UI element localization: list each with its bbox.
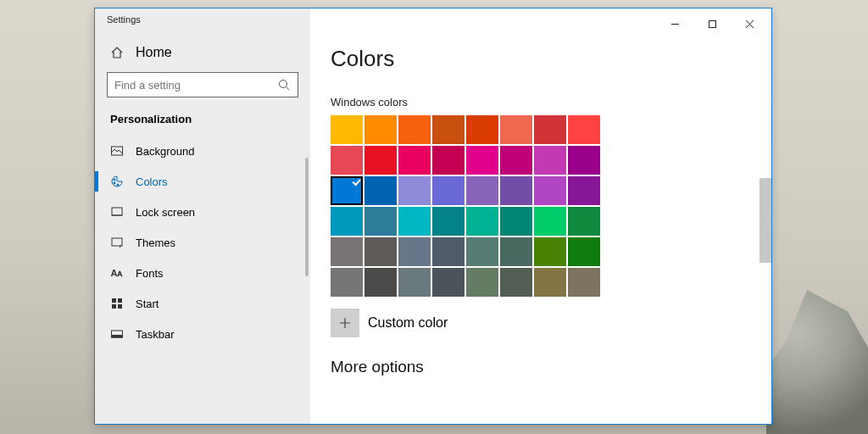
- maximize-button[interactable]: [693, 12, 731, 36]
- color-swatch[interactable]: [466, 237, 498, 266]
- color-swatch[interactable]: [568, 115, 600, 144]
- color-swatch[interactable]: [534, 268, 566, 297]
- custom-color-row[interactable]: Custom color: [331, 309, 751, 337]
- nav-label: Lock screen: [136, 206, 195, 219]
- svg-rect-12: [112, 336, 123, 338]
- svg-rect-7: [112, 298, 116, 303]
- color-swatch[interactable]: [432, 207, 465, 236]
- color-swatch[interactable]: [500, 268, 532, 297]
- color-swatch[interactable]: [364, 146, 397, 175]
- custom-color-label: Custom color: [368, 315, 448, 331]
- nav-label: Fonts: [136, 267, 164, 280]
- color-swatch[interactable]: [500, 237, 532, 266]
- lockscreen-icon: [110, 205, 124, 219]
- color-swatch[interactable]: [432, 237, 465, 266]
- search-box[interactable]: [107, 72, 298, 97]
- color-swatch[interactable]: [534, 176, 566, 205]
- svg-rect-10: [118, 304, 122, 309]
- color-swatch[interactable]: [500, 115, 532, 144]
- color-swatch[interactable]: [432, 176, 465, 205]
- color-swatch[interactable]: [568, 146, 600, 175]
- color-swatch[interactable]: [568, 268, 600, 297]
- color-swatch[interactable]: [398, 176, 431, 205]
- nav-label: Start: [136, 298, 159, 310]
- home-link[interactable]: Home: [107, 38, 298, 72]
- color-swatch[interactable]: [331, 115, 363, 144]
- color-swatch[interactable]: [364, 115, 397, 144]
- color-swatch[interactable]: [398, 146, 431, 175]
- nav-item-background[interactable]: Background: [107, 136, 298, 166]
- svg-rect-13: [709, 20, 715, 27]
- start-icon: [110, 297, 124, 310]
- minimize-button[interactable]: [656, 12, 693, 36]
- colors-icon: [110, 175, 124, 188]
- color-swatch[interactable]: [331, 146, 363, 175]
- color-swatch[interactable]: [534, 146, 566, 175]
- color-swatch[interactable]: [364, 176, 397, 205]
- color-swatch[interactable]: [331, 268, 363, 297]
- color-swatch[interactable]: [466, 207, 498, 236]
- color-swatch[interactable]: [364, 237, 397, 266]
- nav-item-colors[interactable]: Colors: [107, 166, 298, 197]
- color-swatch[interactable]: [432, 115, 465, 144]
- more-options-heading: More options: [331, 358, 751, 376]
- color-swatch[interactable]: [500, 207, 532, 236]
- main-scrollbar[interactable]: [760, 178, 771, 263]
- add-custom-color-button[interactable]: [331, 309, 359, 337]
- themes-icon: [110, 236, 124, 249]
- section-title: Personalization: [107, 97, 298, 132]
- svg-point-2: [114, 179, 115, 181]
- nav-label: Colors: [136, 175, 168, 188]
- sidebar-scrollbar[interactable]: [305, 158, 309, 276]
- nav-item-fonts[interactable]: Aᴀ Fonts: [107, 258, 298, 288]
- taskbar-icon: [110, 327, 124, 341]
- color-swatch[interactable]: [364, 207, 397, 236]
- nav-item-themes[interactable]: Themes: [107, 227, 298, 258]
- titlebar-buttons: [656, 12, 768, 36]
- color-swatch[interactable]: [568, 176, 600, 205]
- color-swatch[interactable]: [466, 176, 498, 205]
- nav-item-lock-screen[interactable]: Lock screen: [107, 197, 298, 227]
- home-icon: [110, 46, 124, 59]
- color-grid: [331, 115, 751, 297]
- svg-rect-5: [112, 208, 122, 215]
- nav-item-taskbar[interactable]: Taskbar: [107, 319, 298, 349]
- color-swatch[interactable]: [331, 176, 363, 205]
- search-input[interactable]: [114, 79, 277, 92]
- svg-point-4: [117, 184, 119, 186]
- color-swatch[interactable]: [568, 207, 600, 236]
- color-swatch[interactable]: [432, 268, 465, 297]
- color-swatch[interactable]: [534, 115, 566, 144]
- home-label: Home: [136, 45, 172, 60]
- color-swatch[interactable]: [398, 115, 431, 144]
- color-swatch[interactable]: [500, 146, 532, 175]
- nav-label: Background: [136, 145, 194, 158]
- nav-item-start[interactable]: Start: [107, 288, 298, 319]
- color-swatch[interactable]: [398, 268, 431, 297]
- color-swatch[interactable]: [331, 207, 363, 236]
- color-swatch[interactable]: [500, 176, 532, 205]
- color-swatch[interactable]: [466, 268, 498, 297]
- color-swatch[interactable]: [398, 237, 431, 266]
- nav-list: Background Colors Lock screen: [107, 136, 298, 349]
- color-swatch[interactable]: [364, 268, 397, 297]
- color-swatch[interactable]: [331, 237, 363, 266]
- nav-label: Taskbar: [136, 328, 175, 341]
- main-panel: Colors Windows colors Custom color More …: [310, 8, 771, 424]
- background-icon: [110, 144, 124, 158]
- svg-rect-9: [112, 304, 116, 309]
- color-swatch[interactable]: [398, 207, 431, 236]
- svg-point-0: [280, 81, 287, 88]
- fonts-icon: Aᴀ: [110, 266, 124, 280]
- color-swatch[interactable]: [534, 237, 566, 266]
- color-swatch[interactable]: [466, 146, 498, 175]
- color-swatch[interactable]: [432, 146, 465, 175]
- svg-rect-6: [112, 238, 122, 246]
- color-swatch[interactable]: [568, 237, 600, 266]
- window-title: Settings: [95, 8, 310, 25]
- sidebar: Settings Home Personalization: [95, 8, 310, 424]
- svg-point-3: [114, 182, 115, 184]
- svg-rect-8: [118, 298, 122, 303]
- color-swatch[interactable]: [466, 115, 498, 144]
- color-swatch[interactable]: [534, 207, 566, 236]
